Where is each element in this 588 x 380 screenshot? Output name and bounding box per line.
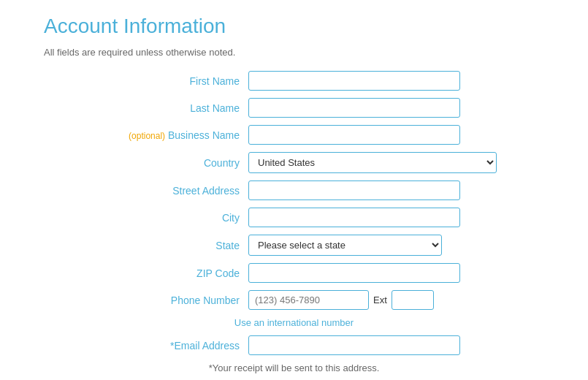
street-address-row: Street Address	[44, 180, 544, 200]
optional-tag: (optional)	[129, 131, 165, 141]
country-row: Country United StatesCanadaUnited Kingdo…	[44, 152, 544, 173]
phone-number-row: Phone Number Ext	[44, 290, 544, 310]
city-row: City	[44, 208, 544, 227]
first-name-input[interactable]	[248, 71, 460, 91]
phone-number-label: Phone Number	[44, 294, 248, 306]
street-address-input[interactable]	[248, 180, 460, 200]
zip-code-label: ZIP Code	[44, 267, 248, 279]
ext-input[interactable]	[392, 290, 434, 310]
state-label: State	[44, 240, 248, 251]
zip-code-row: ZIP Code	[44, 263, 544, 283]
city-label: City	[44, 212, 248, 224]
business-name-row: (optional) Business Name	[44, 125, 544, 145]
state-select[interactable]: Please select a stateAlabamaAlaskaArizon…	[248, 235, 442, 256]
state-row: State Please select a stateAlabamaAlaska…	[44, 235, 544, 256]
business-name-label: (optional) Business Name	[44, 129, 248, 141]
form-subtitle: All fields are required unless otherwise…	[44, 47, 544, 58]
country-select[interactable]: United StatesCanadaUnited KingdomAustral…	[248, 152, 497, 173]
phone-input[interactable]	[248, 290, 369, 310]
first-name-row: First Name	[44, 71, 544, 91]
last-name-label: Last Name	[44, 102, 248, 114]
first-name-label: First Name	[44, 75, 248, 87]
intl-link[interactable]: Use an international number	[234, 317, 354, 328]
ext-label: Ext	[373, 294, 387, 305]
street-address-label: Street Address	[44, 185, 248, 197]
email-input[interactable]	[248, 335, 460, 355]
city-input[interactable]	[248, 208, 460, 227]
page-title: Account Information	[44, 15, 544, 38]
email-label: *Email Address	[44, 340, 248, 352]
email-row: *Email Address	[44, 335, 544, 355]
business-name-input[interactable]	[248, 125, 460, 145]
last-name-row: Last Name	[44, 98, 544, 118]
intl-link-row: Use an international number	[44, 317, 544, 328]
country-label: Country	[44, 157, 248, 169]
zip-code-input[interactable]	[248, 263, 460, 283]
phone-input-group: Ext	[248, 290, 434, 310]
receipt-note: *Your receipt will be sent to this addre…	[44, 362, 544, 373]
last-name-input[interactable]	[248, 98, 460, 118]
